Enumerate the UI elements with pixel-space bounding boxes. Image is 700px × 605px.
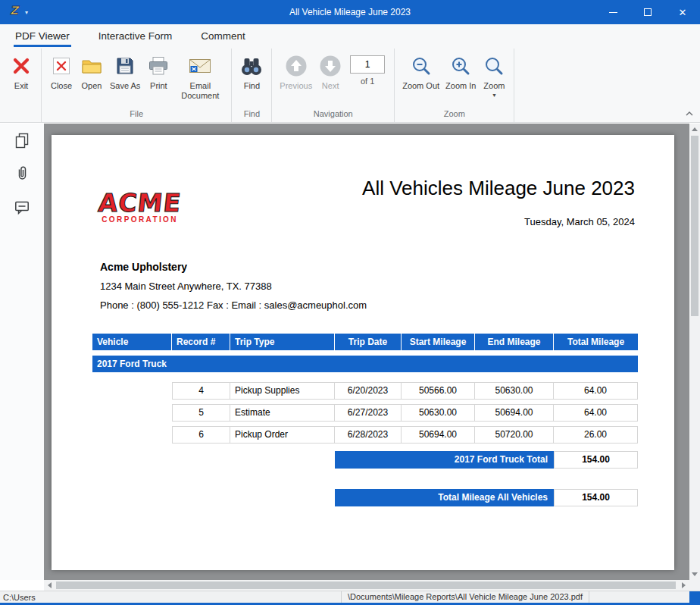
cell-total-mileage: 64.00 (554, 404, 638, 422)
cell-trip-type: Estimate (230, 404, 335, 422)
find-button[interactable]: Find (236, 50, 267, 91)
save-as-button[interactable]: Save As (107, 50, 143, 91)
zoom-dropdown-button[interactable]: Zoom ▼ (479, 50, 509, 99)
app-menu[interactable]: Z ▾ (0, 4, 28, 20)
scroll-left-button[interactable] (44, 580, 55, 591)
page-thumbnails-button[interactable] (0, 124, 44, 157)
mileage-table: Vehicle Record # Trip Type Trip Date Sta… (92, 334, 638, 506)
envelope-icon (189, 53, 211, 79)
maximize-icon (644, 8, 652, 16)
paperclip-icon (14, 165, 30, 182)
zoom-in-button[interactable]: Zoom In (442, 50, 479, 91)
group-total-row: 2017 Ford Truck Total 154.00 (92, 451, 638, 469)
vertical-scroll-thumb[interactable] (691, 136, 698, 316)
header-vehicle: Vehicle (92, 334, 172, 350)
triangle-down-icon (692, 572, 698, 576)
header-record: Record # (172, 334, 230, 350)
cell-end-mileage: 50720.00 (475, 426, 554, 444)
table-row: 5 Estimate 6/27/2023 50630.00 50694.00 6… (92, 404, 638, 422)
scroll-up-button[interactable] (689, 124, 700, 135)
table-row: 6 Pickup Order 6/28/2023 50694.00 50720.… (92, 426, 638, 444)
resize-grip[interactable] (689, 591, 700, 603)
magnifier-minus-icon (411, 53, 432, 79)
horizontal-scrollbar[interactable] (44, 580, 689, 591)
scroll-right-button[interactable] (678, 580, 689, 591)
cell-start-mileage: 50694.00 (402, 426, 475, 444)
grand-total-value: 154.00 (554, 489, 638, 506)
table-row: 4 Pickup Supplies 6/20/2023 50566.00 506… (92, 382, 638, 400)
arrow-up-circle-icon (285, 53, 308, 79)
next-page-button[interactable]: Next (315, 50, 345, 91)
magnifier-icon (483, 53, 505, 79)
page-number-input[interactable] (350, 55, 385, 74)
ribbon-group-exit: Exit (2, 49, 42, 122)
grand-total-label: Total Mileage All Vehicles (335, 489, 554, 506)
cell-record: 4 (172, 382, 230, 400)
page-number-widget: of 1 (345, 50, 389, 86)
print-button[interactable]: Print (143, 50, 173, 91)
ribbon-group-navigation: Previous Next of 1 Navigation (272, 49, 395, 122)
cell-end-mileage: 50630.00 (475, 382, 554, 400)
cell-start-mileage: 50566.00 (402, 382, 475, 400)
pdf-page: ACME CORPORATION All Vehicles Mileage Ju… (52, 135, 674, 570)
close-window-button[interactable]: ✕ (665, 0, 700, 24)
vehicle-group-row: 2017 Ford Truck (92, 356, 638, 372)
scrollbar-corner (689, 580, 700, 591)
cell-record: 6 (172, 426, 230, 444)
exit-icon (11, 53, 31, 79)
vertical-scrollbar[interactable] (689, 124, 700, 580)
email-document-button[interactable]: Email Document (173, 50, 227, 101)
document-viewport[interactable]: ACME CORPORATION All Vehicles Mileage Ju… (44, 124, 689, 580)
horizontal-scroll-thumb[interactable] (56, 581, 676, 589)
previous-page-button[interactable]: Previous (277, 50, 315, 91)
minimize-icon (609, 12, 617, 13)
arrow-down-circle-icon (319, 53, 342, 79)
magnifier-plus-icon (450, 53, 471, 79)
group-label-zoom: Zoom (399, 108, 509, 122)
tab-interactive-form[interactable]: Interactive Form (97, 24, 174, 47)
cell-trip-date: 6/27/2023 (335, 404, 402, 422)
close-button[interactable]: Close (46, 50, 77, 91)
triangle-left-icon (48, 582, 52, 588)
header-start-mileage: Start Mileage (402, 334, 475, 350)
zoom-out-button[interactable]: Zoom Out (399, 50, 442, 91)
scroll-down-button[interactable] (689, 569, 700, 580)
zoom-label: Zoom (483, 81, 505, 91)
print-label: Print (150, 81, 167, 91)
table-header-row: Vehicle Record # Trip Type Trip Date Sta… (92, 334, 638, 350)
attachments-button[interactable] (0, 157, 44, 190)
cell-record: 5 (172, 404, 230, 422)
window-controls: ✕ (595, 0, 700, 24)
report-title: All Vehicles Mileage June 2023 (362, 177, 635, 200)
comments-button[interactable] (0, 190, 44, 224)
open-button[interactable]: Open (77, 50, 107, 91)
tab-pdf-viewer[interactable]: PDF Viewer (14, 24, 71, 47)
next-label: Next (322, 81, 339, 91)
status-file-path: \Documents\Mileage Reports\All Vehicle M… (341, 591, 589, 603)
grand-total-row: Total Mileage All Vehicles 154.00 (92, 489, 638, 506)
chevron-down-icon[interactable]: ▾ (25, 9, 28, 16)
exit-button[interactable]: Exit (6, 50, 36, 91)
triangle-right-icon (682, 582, 686, 588)
company-block: Acme Upholstery 1234 Main Street Anywher… (100, 261, 367, 318)
group-total-value: 154.00 (554, 451, 638, 469)
titlebar: Z ▾ All Vehicle Mileage June 2023 ✕ (0, 0, 700, 24)
find-label: Find (244, 81, 260, 91)
collapse-ribbon-button[interactable] (683, 108, 695, 119)
statusbar: C:\Users \Documents\Mileage Reports\All … (0, 591, 700, 603)
chevron-down-icon: ▼ (492, 92, 497, 99)
folder-icon (81, 53, 102, 79)
ribbon: Exit Close Open Save As Print (0, 47, 700, 123)
minimize-button[interactable] (595, 0, 630, 24)
ribbon-group-find: Find Find (232, 49, 272, 122)
company-contact: Phone : (800) 555-1212 Fax : Email : sal… (100, 299, 367, 311)
maximize-button[interactable] (630, 0, 665, 24)
sidebar (0, 124, 44, 580)
save-as-label: Save As (110, 81, 140, 91)
ribbon-tabs: PDF Viewer Interactive Form Comment (0, 24, 700, 47)
comment-icon (14, 199, 30, 215)
ribbon-group-file: Close Open Save As Print Email Document … (42, 49, 232, 122)
app-icon[interactable]: Z (8, 4, 21, 20)
status-left-text: C:\Users (3, 593, 36, 602)
tab-comment[interactable]: Comment (199, 24, 247, 47)
